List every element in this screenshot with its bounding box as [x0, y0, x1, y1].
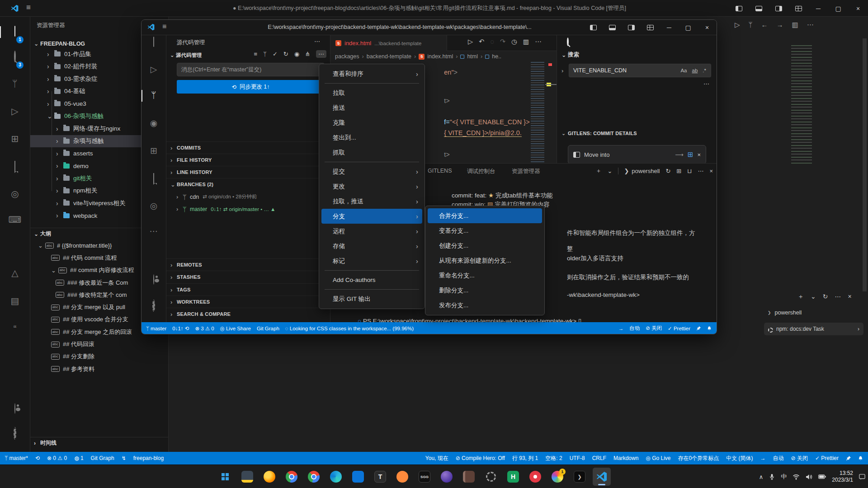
more-actions-icon[interactable]: ⋯	[835, 293, 841, 301]
expand-replace-icon[interactable]: ›	[561, 67, 569, 74]
source-control-icon[interactable]: ᛘ	[142, 90, 166, 101]
status-item[interactable]: ⊘ Compile Hero: Off	[456, 455, 505, 461]
refresh-icon[interactable]: ↻	[283, 51, 288, 57]
regex-toggle[interactable]: .*	[701, 67, 708, 74]
relaunch-icon[interactable]: ↻	[665, 168, 670, 174]
branch-row-cdn[interactable]: › ᛘ cdn ⇄ origin/cdn • 28分钟前	[166, 191, 330, 203]
status-item[interactable]: 自动	[629, 325, 640, 332]
status-item[interactable]: Markdown	[613, 455, 638, 461]
maximize-button[interactable]: ▢	[828, 0, 848, 17]
settings-gear-icon[interactable]	[0, 427, 30, 439]
menu-item[interactable]: 重命名分支...	[425, 268, 544, 283]
status-item[interactable]: CRLF	[592, 455, 606, 461]
run-icon[interactable]: ▷	[468, 38, 473, 45]
toggle-panel-icon[interactable]	[749, 0, 769, 17]
breadcrumb[interactable]: html	[467, 53, 478, 60]
split-editor-icon[interactable]: ▥	[523, 38, 529, 45]
minimize-button[interactable]: ─	[660, 20, 679, 35]
timeline-icon[interactable]: ◷	[511, 38, 517, 45]
more-search-options-icon[interactable]: ⋯	[703, 80, 709, 87]
layout-icon[interactable]	[641, 20, 660, 35]
status-item[interactable]: ᛘ master*	[5, 455, 28, 461]
status-item[interactable]: freepan-blog	[133, 455, 164, 461]
app-orange-icon[interactable]	[393, 468, 411, 486]
pin-icon[interactable]	[846, 455, 851, 461]
menu-item[interactable]	[325, 270, 419, 271]
menu-item[interactable]: 签出到...	[319, 130, 425, 145]
status-item[interactable]: ↯	[122, 455, 126, 461]
minimize-button[interactable]: ─	[808, 0, 828, 17]
new-terminal-icon[interactable]: ＋	[797, 293, 804, 301]
menu-item[interactable]: 拉取，推送 ›	[319, 194, 425, 209]
app-rainbow-icon[interactable]: 1	[548, 468, 566, 486]
source-control-icon[interactable]: ᛘ	[0, 78, 30, 89]
live-share-icon[interactable]: ◎	[0, 188, 30, 200]
menu-item[interactable]	[325, 289, 419, 290]
bookmarks-icon[interactable]	[142, 173, 166, 184]
menu-item[interactable]: 变基分支...	[425, 223, 544, 238]
notification-center-icon[interactable]	[859, 474, 865, 480]
outline-item[interactable]: ## 参考资料	[30, 363, 168, 375]
app-t-icon[interactable]	[371, 468, 389, 486]
status-item[interactable]: ✓ Prettier	[815, 455, 839, 461]
edge-icon[interactable]	[327, 468, 345, 486]
timeline-section-header[interactable]: › 时间线	[30, 437, 168, 449]
commit-check-icon[interactable]: ✓	[273, 51, 278, 57]
menu-item[interactable]: 推送	[319, 100, 425, 115]
split-terminal-icon[interactable]: ⊞	[676, 168, 681, 174]
menu-item[interactable]	[325, 162, 419, 162]
status-item[interactable]: 空格: 2	[545, 455, 562, 462]
more-actions-icon[interactable]: ⋯	[316, 50, 326, 58]
outline-item[interactable]: ## 代码回滚	[30, 338, 168, 350]
app-sgg-icon[interactable]	[415, 468, 434, 486]
graph-icon[interactable]: ⋔	[305, 51, 310, 57]
status-item[interactable]: UTF-8	[570, 455, 585, 461]
toggle-sidebar-icon[interactable]	[584, 20, 603, 35]
menu-item[interactable]: 合并分支...	[428, 208, 542, 223]
volume-icon[interactable]	[806, 474, 812, 480]
grid-icon[interactable]: ⊞	[688, 150, 693, 159]
scm-section-row[interactable]: › COMMITS	[166, 141, 330, 154]
close-panel-icon[interactable]: ×	[709, 168, 713, 174]
gitlens-forward-icon[interactable]: ↷	[500, 38, 505, 45]
microphone-icon[interactable]	[769, 474, 775, 480]
menu-item[interactable]: 克隆	[319, 115, 425, 130]
scm-section-row[interactable]: › SEARCH & COMPARE	[166, 308, 330, 320]
close-icon[interactable]: ×	[697, 151, 701, 158]
maximize-button[interactable]: ▢	[679, 20, 698, 35]
settings-gear-icon[interactable]	[142, 300, 166, 311]
chevron-down-icon[interactable]: ⌄	[607, 168, 612, 174]
run-icon[interactable]: ▷	[735, 21, 740, 29]
settings-icon[interactable]	[482, 468, 500, 486]
status-item[interactable]: 存在0个异常标点	[678, 455, 719, 462]
status-item[interactable]: ⊗ 0 ⚠ 0	[47, 455, 67, 461]
terminal-app-icon[interactable]	[571, 468, 589, 486]
file-explorer-icon[interactable]	[238, 468, 256, 486]
scm-section-row[interactable]: › LINE HISTORY	[166, 166, 330, 178]
terminal-shell-tab[interactable]: ❯ powershell	[618, 168, 660, 174]
menu-item[interactable]: 存储 ›	[319, 239, 425, 253]
menu-item[interactable]: 创建分支...	[425, 238, 544, 253]
menu-icon[interactable]: ≡	[162, 23, 166, 31]
status-item[interactable]: You, 现在	[425, 455, 448, 462]
project-manager-icon[interactable]: ▤	[0, 295, 30, 307]
chevron-down-icon[interactable]: ⌄	[811, 293, 816, 301]
search-view-icon[interactable]	[567, 38, 568, 45]
terminal-icon[interactable]: ⌨	[0, 214, 30, 225]
gitlens-section-header[interactable]: ⌄ GITLENS: COMMIT DETAILS	[557, 128, 717, 139]
chrome-icon[interactable]	[283, 468, 301, 486]
panel-tab-explorer[interactable]: 资源管理器	[512, 168, 540, 175]
status-item[interactable]: ◌ Looking for CSS classes in the workspa…	[285, 326, 414, 331]
whole-word-toggle[interactable]: ab	[690, 67, 700, 74]
close-button[interactable]: ×	[698, 20, 717, 35]
vscode-taskbar-icon[interactable]	[593, 468, 611, 486]
view-sort-icon[interactable]: ≡	[254, 51, 258, 57]
status-item[interactable]: ◎ Live Share	[220, 325, 251, 332]
firefox-icon[interactable]	[260, 468, 278, 486]
status-item[interactable]: 自动	[773, 455, 784, 462]
branch-row-master[interactable]: › ᛘ master 0↓1↑ ⇄ origin/master • … ▲	[166, 203, 330, 215]
more-actions-icon[interactable]: ⋯	[807, 21, 814, 29]
explorer-icon[interactable]	[0, 25, 30, 37]
extensions-icon[interactable]: ⊞	[142, 145, 166, 156]
status-item[interactable]: ⊗ 3 ⚠ 0	[195, 325, 214, 332]
